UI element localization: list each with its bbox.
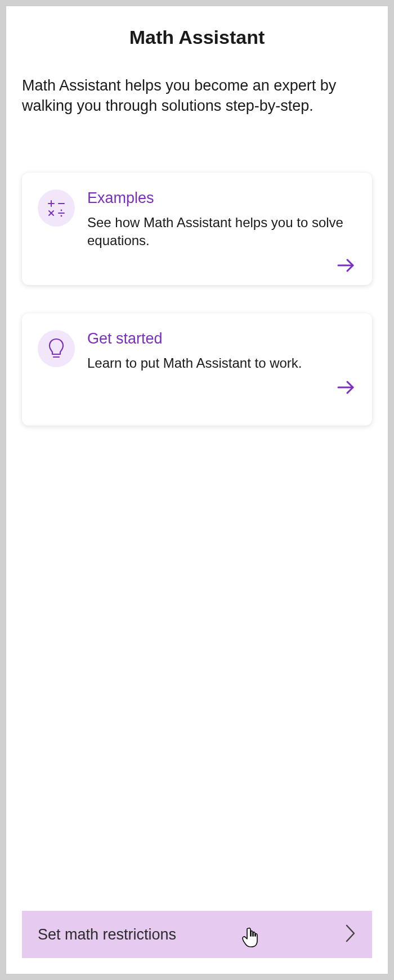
- card-description: Learn to put Math Assistant to work.: [87, 354, 356, 372]
- arrow-right-icon: [336, 379, 356, 396]
- chevron-right-icon: [345, 924, 356, 945]
- card-body: Examples See how Math Assistant helps yo…: [38, 189, 356, 250]
- card-body: Get started Learn to put Math Assistant …: [38, 330, 356, 372]
- lightbulb-icon: [38, 330, 75, 367]
- card-text: Examples See how Math Assistant helps yo…: [87, 189, 356, 250]
- page-description: Math Assistant helps you become an exper…: [22, 75, 372, 116]
- page-title: Math Assistant: [22, 26, 372, 48]
- card-text: Get started Learn to put Math Assistant …: [87, 330, 356, 372]
- svg-point-5: [61, 209, 62, 211]
- math-operators-icon: [38, 189, 75, 227]
- card-title: Examples: [87, 189, 356, 207]
- arrow-right-icon: [336, 257, 356, 274]
- examples-card[interactable]: Examples See how Math Assistant helps yo…: [22, 173, 372, 285]
- card-description: See how Math Assistant helps you to solv…: [87, 214, 356, 250]
- math-assistant-panel: Math Assistant Math Assistant helps you …: [6, 6, 388, 974]
- card-title: Get started: [87, 330, 356, 347]
- svg-point-7: [61, 215, 62, 216]
- set-math-restrictions-button[interactable]: Set math restrictions: [22, 911, 372, 958]
- restrictions-label: Set math restrictions: [38, 926, 176, 943]
- get-started-card[interactable]: Get started Learn to put Math Assistant …: [22, 313, 372, 426]
- cursor-pointer-icon: [240, 925, 259, 951]
